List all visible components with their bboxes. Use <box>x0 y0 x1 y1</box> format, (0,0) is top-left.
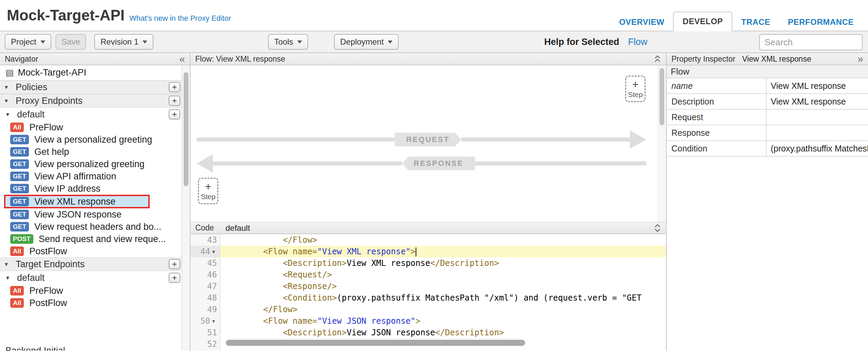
proxy-doc-icon: ▤ <box>5 67 14 78</box>
add-step-button-top[interactable]: + Step <box>625 76 646 102</box>
add-button[interactable]: + <box>169 82 180 92</box>
flow-item-postflow[interactable]: AllPostFlow <box>0 297 190 309</box>
add-button[interactable]: + <box>169 259 180 269</box>
code-line-45[interactable]: <Description>View XML response</Descript… <box>220 257 666 269</box>
flow-item-view-a-personalized-greeting[interactable]: GETView a personalized greeting <box>0 133 190 146</box>
tab-overview[interactable]: OVERVIEW <box>610 13 673 31</box>
line-number: 52 <box>190 338 220 350</box>
flow-canvas: + Step REQUEST RESPONSE + Step <box>190 65 666 222</box>
caret-down-icon: ▾ <box>5 83 12 91</box>
inspector-section-flow: Flow <box>667 65 868 78</box>
help-flow-link[interactable]: Flow <box>628 37 648 47</box>
method-badge: POST <box>10 234 33 244</box>
main-content: Navigator « ▤Mock-Target-API▾Policies+▾P… <box>0 53 868 351</box>
property-label: Condition <box>667 141 767 156</box>
code-line-46[interactable]: <Request/> <box>220 269 666 281</box>
flow-item-view-personalized-greeting[interactable]: GETView personalized greeting <box>0 158 190 170</box>
inspector-row-response: Response <box>667 125 868 141</box>
property-value-field[interactable] <box>767 125 868 140</box>
search-input[interactable] <box>759 34 863 50</box>
flow-panel-title: Flow: View XML response <box>195 54 285 64</box>
flow-item-view-ip-address[interactable]: GETView IP address <box>0 182 190 195</box>
method-badge: GET <box>10 135 29 144</box>
flow-label: View a personalized greeting <box>34 134 152 145</box>
flow-item-get-help[interactable]: GETGet help <box>0 146 190 158</box>
revision-dropdown[interactable]: Revision 1 <box>94 34 153 50</box>
navigator-scrollbar-thumb[interactable] <box>184 72 188 186</box>
tab-performance[interactable]: PERFORMANCE <box>779 13 863 31</box>
flow-item-preflow[interactable]: AllPreFlow <box>0 285 190 297</box>
code-lines: </Flow> <Flow name="View XML response"> … <box>220 234 666 351</box>
collapse-flow-panel-icon[interactable] <box>654 54 661 63</box>
response-line <box>213 161 402 165</box>
line-number: 48 <box>190 292 220 304</box>
caret-down-icon <box>297 41 302 44</box>
add-step-button-bottom[interactable]: + Step <box>198 178 218 204</box>
tab-trace[interactable]: TRACE <box>732 13 779 31</box>
code-panel-header: Code default <box>190 222 666 234</box>
save-button[interactable]: Save <box>55 34 86 50</box>
project-dropdown[interactable]: Project <box>5 34 51 50</box>
code-line-51[interactable]: <Description>View JSON response</Descrip… <box>220 327 666 338</box>
deployment-dropdown-label: Deployment <box>340 37 384 47</box>
flow-item-view-json-response[interactable]: GETView JSON response <box>0 208 190 221</box>
code-horizontal-scrollbar-thumb[interactable] <box>226 340 525 346</box>
property-value-field[interactable] <box>767 110 868 125</box>
flow-label: PostFlow <box>29 246 67 257</box>
deployment-dropdown[interactable]: Deployment <box>334 34 399 50</box>
whats-new-link[interactable]: What's new in the Proxy Editor <box>129 14 231 23</box>
flow-item-postflow[interactable]: AllPostFlow <box>0 245 190 257</box>
flow-item-view-request-headers-and-bo[interactable]: GETView request headers and bo... <box>0 221 190 233</box>
add-button[interactable]: + <box>169 96 180 106</box>
method-badge: GET <box>10 197 29 206</box>
collapse-navigator-icon[interactable]: « <box>179 54 185 64</box>
caret-down-icon: ▾ <box>6 111 14 118</box>
fold-caret-icon[interactable]: ▾ <box>210 318 217 324</box>
inspector-row-name: nameView XML response <box>667 78 868 94</box>
property-value-field[interactable]: View XML response <box>767 78 868 93</box>
method-badge: GET <box>10 222 29 231</box>
property-value-field[interactable]: (proxy.pathsuffix MatchesPath "/x <box>767 141 868 156</box>
flow-item-view-xml-response[interactable]: GETView XML response <box>4 195 150 208</box>
inspector-row-request: Request <box>667 110 868 125</box>
expand-inspector-icon[interactable]: » <box>857 54 863 64</box>
code-line-50[interactable]: <Flow name="View JSON response"> <box>220 315 666 327</box>
line-number: 47 <box>190 281 220 292</box>
tab-develop[interactable]: DEVELOP <box>673 12 732 31</box>
tools-dropdown[interactable]: Tools <box>268 34 308 50</box>
proxy-title: Mock-Target-API <box>7 7 124 24</box>
add-button[interactable]: + <box>169 109 180 119</box>
code-line-43[interactable]: </Flow> <box>220 234 666 246</box>
flow-scrollbar-thumb[interactable] <box>660 68 664 125</box>
project-dropdown-label: Project <box>11 37 36 47</box>
flow-item-send-request-and-view-reque[interactable]: POSTSend request and view reque... <box>0 233 190 245</box>
request-arrowhead-icon <box>630 130 646 149</box>
expand-code-panel-icon[interactable] <box>654 224 661 233</box>
code-editor: 4344▾454647484950▾5152 </Flow> <Flow nam… <box>190 234 666 351</box>
navigator-scrollbar <box>182 65 190 351</box>
code-line-48[interactable]: <Condition>(proxy.pathsuffix MatchesPath… <box>220 292 666 304</box>
request-label: REQUEST <box>395 133 461 146</box>
code-line-44[interactable]: <Flow name="View XML response"> <box>220 246 666 257</box>
nav-proxy-endpoints[interactable]: ▾Proxy Endpoints+ <box>0 94 190 108</box>
property-inspector-subtitle: View XML response <box>742 54 811 64</box>
nav-policies[interactable]: ▾Policies+ <box>0 80 190 94</box>
header-tabs: OVERVIEWDEVELOPTRACEPERFORMANCE <box>610 12 863 31</box>
line-number: 51 <box>190 327 220 338</box>
code-line-49[interactable]: </Flow> <box>220 304 666 315</box>
app-root: Mock-Target-API What's new in the Proxy … <box>0 0 868 352</box>
nav-default[interactable]: ▾default+ <box>0 271 190 285</box>
method-badge: All <box>10 246 24 256</box>
nav-default[interactable]: ▾default+ <box>0 108 190 121</box>
flow-item-view-api-affirmation[interactable]: GETView API affirmation <box>0 170 190 182</box>
property-value-field[interactable]: View XML response <box>767 94 868 109</box>
fold-caret-icon[interactable]: ▾ <box>210 249 217 255</box>
add-button[interactable]: + <box>169 273 180 283</box>
navigator-root-item[interactable]: ▤Mock-Target-API <box>0 65 190 80</box>
navigator-clipped-text: Backend Initial... <box>5 346 73 351</box>
nav-target-endpoints[interactable]: ▾Target Endpoints+ <box>0 257 190 271</box>
flow-item-preflow[interactable]: AllPreFlow <box>0 121 190 133</box>
code-gutter: 4344▾454647484950▾5152 <box>190 234 220 351</box>
code-line-47[interactable]: <Response/> <box>220 281 666 292</box>
code-tab-default[interactable]: default <box>226 223 250 233</box>
